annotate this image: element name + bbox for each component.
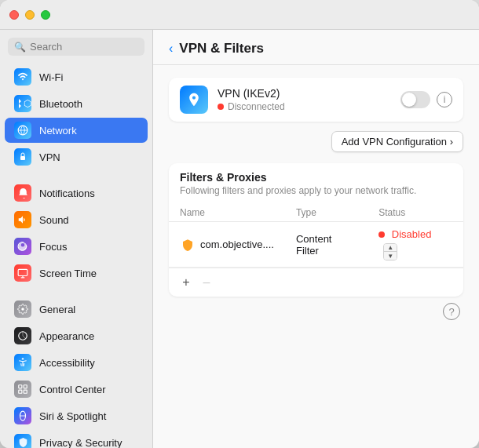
screentime-icon: [14, 264, 31, 282]
sidebar-item-label: Siri & Spotlight: [39, 410, 106, 422]
search-box[interactable]: 🔍: [8, 38, 144, 56]
sidebar-item-screentime[interactable]: Screen Time: [5, 260, 148, 286]
sidebar-item-vpn[interactable]: VPN: [5, 144, 148, 169]
sidebar-item-label: Network: [39, 125, 77, 137]
add-vpn-label: Add VPN Configuration ›: [342, 136, 453, 148]
main-panel: ‹ VPN & Filters VPN (IKEv2) Disconnected: [153, 30, 479, 448]
svg-rect-9: [24, 390, 27, 393]
titlebar: [0, 0, 479, 30]
col-name: Name: [169, 204, 285, 222]
stepper-up[interactable]: ▲: [384, 244, 397, 252]
svg-rect-7: [24, 385, 27, 388]
sidebar-item-privacy[interactable]: Privacy & Security: [5, 430, 148, 448]
filters-table: Name Type Status: [169, 204, 463, 268]
filter-shield-icon: [180, 237, 196, 253]
add-filter-button[interactable]: +: [177, 273, 196, 292]
sound-icon: [14, 211, 31, 228]
filters-header: Filters & Proxies Following filters and …: [169, 163, 463, 199]
notifications-icon: [14, 184, 31, 202]
sidebar: 🔍 Wi-Fi ⬡ Bluetooth: [0, 30, 153, 448]
table-actions: + –: [169, 268, 463, 297]
sidebar-item-label: Control Center: [39, 384, 106, 395]
filter-type-cell: Content Filter: [285, 222, 367, 268]
sidebar-item-network[interactable]: Network: [5, 118, 148, 143]
add-vpn-button[interactable]: Add VPN Configuration ›: [331, 131, 463, 152]
toggle-knob: [402, 93, 416, 107]
system-preferences-window: 🔍 Wi-Fi ⬡ Bluetooth: [0, 0, 479, 448]
wifi-icon: [14, 68, 31, 86]
accessibility-icon: [14, 354, 31, 371]
focus-icon: [14, 238, 31, 255]
filter-status-text: Disabled: [392, 228, 432, 240]
sidebar-item-label: Bluetooth: [39, 98, 82, 110]
status-stepper[interactable]: ▲ ▼: [383, 243, 397, 260]
sidebar-item-appearance[interactable]: Appearance: [5, 323, 148, 348]
sidebar-item-accessibility[interactable]: Accessibility: [5, 350, 148, 375]
filter-name-inner: com.objective....: [180, 237, 274, 253]
stepper-down[interactable]: ▼: [384, 252, 397, 260]
remove-filter-button[interactable]: –: [197, 273, 216, 292]
vpn-toggle[interactable]: [400, 91, 430, 108]
vpn-status-row: Disconnected: [218, 101, 400, 112]
vpn-sidebar-icon: [14, 148, 31, 166]
minimize-button[interactable]: [25, 10, 35, 20]
sidebar-item-label: Wi-Fi: [39, 71, 63, 83]
sidebar-item-siri[interactable]: Siri & Spotlight: [5, 403, 148, 428]
sidebar-item-label: Sound: [39, 214, 69, 226]
search-icon: 🔍: [14, 42, 26, 53]
status-dot: [378, 231, 385, 238]
bluetooth-icon: ⬡: [14, 95, 31, 112]
filter-name-cell: com.objective....: [169, 222, 285, 268]
sidebar-item-label: VPN: [39, 151, 60, 163]
vpn-status-text: Disconnected: [228, 101, 285, 112]
close-button[interactable]: [9, 10, 19, 20]
sidebar-item-notifications[interactable]: Notifications: [5, 180, 148, 206]
privacy-icon: [14, 434, 31, 448]
filters-table-body: com.objective.... Content Filter Disable…: [169, 222, 463, 268]
col-type: Type: [285, 204, 367, 222]
general-icon: [14, 300, 31, 318]
traffic-lights: [9, 10, 50, 20]
vpn-connection-row: VPN (IKEv2) Disconnected i: [169, 78, 463, 122]
panel-body: VPN (IKEv2) Disconnected i Add VPN Con: [153, 65, 479, 448]
sidebar-item-label: Focus: [39, 241, 67, 253]
appearance-icon: [14, 327, 31, 344]
window-content: 🔍 Wi-Fi ⬡ Bluetooth: [0, 30, 479, 448]
filters-table-head: Name Type Status: [169, 204, 463, 222]
sidebar-item-label: Appearance: [39, 330, 94, 342]
svg-point-5: [22, 358, 24, 359]
network-icon: [14, 122, 31, 139]
table-row[interactable]: com.objective.... Content Filter Disable…: [169, 222, 463, 268]
vpn-info-button[interactable]: i: [437, 92, 452, 107]
svg-rect-6: [19, 385, 22, 388]
col-status: Status: [367, 204, 463, 222]
sidebar-item-wifi[interactable]: Wi-Fi: [5, 64, 148, 89]
sidebar-item-focus[interactable]: Focus: [5, 234, 148, 259]
sidebar-item-label: Accessibility: [39, 357, 95, 369]
svg-rect-2: [18, 269, 27, 275]
sidebar-item-label: Privacy & Security: [39, 437, 122, 449]
filter-name-text: com.objective....: [200, 239, 274, 250]
svg-rect-8: [19, 390, 22, 393]
sidebar-item-label: General: [39, 304, 75, 315]
sidebar-item-label: Screen Time: [39, 268, 97, 279]
add-vpn-row: Add VPN Configuration ›: [169, 131, 463, 152]
controlcenter-icon: [14, 381, 31, 398]
sidebar-item-label: Notifications: [39, 188, 95, 199]
filters-table-header-row: Name Type Status: [169, 204, 463, 222]
filters-section: Filters & Proxies Following filters and …: [169, 163, 463, 297]
search-input[interactable]: [30, 41, 138, 53]
sidebar-item-general[interactable]: General: [5, 297, 148, 322]
vpn-icon: [180, 86, 208, 114]
sidebar-item-sound[interactable]: Sound: [5, 207, 148, 232]
help-row: ?: [169, 297, 463, 320]
vpn-info: VPN (IKEv2) Disconnected: [218, 87, 400, 112]
siri-icon: [14, 407, 31, 424]
back-button[interactable]: ‹: [169, 42, 173, 56]
maximize-button[interactable]: [41, 10, 50, 20]
sidebar-item-bluetooth[interactable]: ⬡ Bluetooth: [5, 91, 148, 116]
sidebar-item-controlcenter[interactable]: Control Center: [5, 377, 148, 402]
panel-title: VPN & Filters: [179, 41, 264, 56]
help-button[interactable]: ?: [443, 303, 460, 320]
svg-point-3: [21, 308, 24, 311]
